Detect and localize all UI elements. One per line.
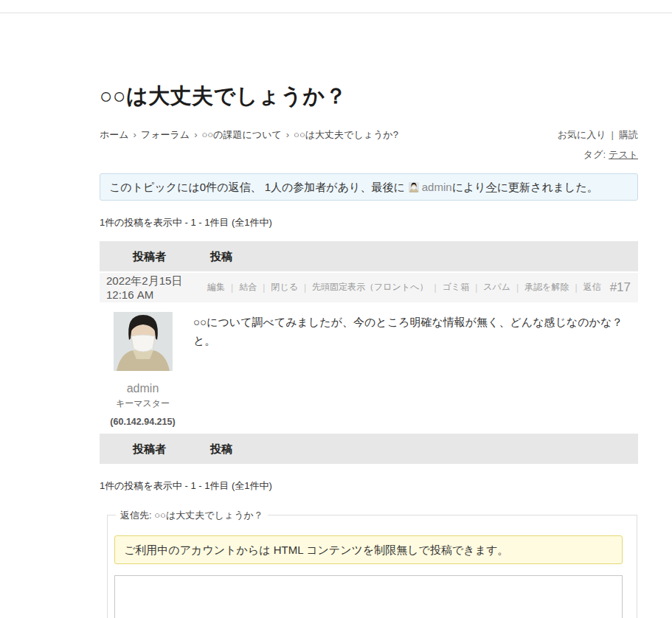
top-divider-bar — [0, 0, 672, 13]
subscribe-link[interactable]: 購読 — [619, 129, 638, 140]
breadcrumb-item[interactable]: ○○の課題について — [202, 129, 282, 140]
table-header-row: 投稿者 投稿 — [100, 241, 638, 271]
reply-permission-notice: ご利用中のアカウントからは HTML コンテンツを制限無しで投稿できます。 — [114, 535, 623, 564]
topic-actions: お気に入り|購読 — [558, 128, 638, 142]
author-role: キーマスター — [100, 397, 186, 410]
reply-textarea[interactable] — [114, 575, 623, 618]
admin-link[interactable]: スパム — [477, 281, 516, 294]
admin-link[interactable]: 先頭固定表示（フロントへ） — [306, 281, 434, 294]
admin-link[interactable]: 閉じる — [265, 281, 304, 294]
tag-link[interactable]: テスト — [609, 149, 638, 160]
breadcrumb-item-separator: › — [134, 129, 136, 140]
breadcrumb: ホーム›フォーラム›○○の課題について›○○は大丈夫でしょうか? — [100, 128, 398, 142]
reply-form: 返信先: ○○は大丈夫でしょうか？ ご利用中のアカウントからは HTML コンテ… — [107, 509, 637, 618]
notice-author-link[interactable]: admin — [422, 181, 452, 193]
tag-list: テスト — [606, 149, 638, 160]
breadcrumb-item-separator: › — [286, 129, 289, 140]
breadcrumb-item[interactable]: フォーラム — [141, 129, 190, 140]
breadcrumb-item-separator: › — [194, 129, 197, 140]
avatar-icon — [409, 182, 419, 192]
post-date: 2022年2月15日 12:16 AM — [106, 274, 201, 301]
forum-table: 投稿者 投稿 2022年2月15日 12:16 AM 編集|結合|閉じる|先頭固… — [100, 241, 638, 464]
notice-text-after: に更新されました。 — [497, 181, 598, 193]
topic-info-notice: このトピックには0件の返信、 1人の参加者があり、最後にadminにより今に更新… — [100, 173, 638, 201]
content-area: ○○は大丈夫でしょうか？ ホーム›フォーラム›○○の課題について›○○は大丈夫で… — [100, 83, 638, 618]
author-name-link[interactable]: admin — [100, 382, 186, 395]
breadcrumb-item: ○○は大丈夫でしょうか? — [294, 129, 398, 140]
author-cell: admin キーマスター (60.142.94.215) — [100, 302, 186, 434]
post-meta-row: 2022年2月15日 12:16 AM 編集|結合|閉じる|先頭固定表示（フロン… — [100, 273, 638, 302]
header-post-label: 投稿 — [210, 250, 232, 264]
footer-author-label: 投稿者 — [133, 442, 166, 456]
notice-author-avatar[interactable] — [409, 182, 419, 192]
admin-link[interactable]: 承認を解除 — [519, 281, 575, 294]
admin-link[interactable]: ゴミ箱 — [437, 281, 476, 294]
favorite-link[interactable]: お気に入り — [558, 129, 606, 140]
tags-label: タグ: — [583, 149, 606, 160]
notice-text-middle: により — [452, 181, 486, 193]
header-author-label: 投稿者 — [133, 250, 166, 264]
breadcrumb-item[interactable]: ホーム — [100, 129, 129, 140]
avatar-icon — [114, 312, 173, 371]
notice-text-before: このトピックには0件の返信、 1人の参加者があり、最後に — [109, 181, 405, 193]
pagination-info-bottom: 1件の投稿を表示中 - 1 - 1件目 (全1件中) — [100, 479, 638, 493]
notice-time-link[interactable]: 今 — [486, 181, 497, 193]
post-permalink[interactable]: #17 — [610, 280, 631, 295]
admin-link[interactable]: 返信 — [578, 281, 607, 294]
post-row: admin キーマスター (60.142.94.215) ○○について調べてみま… — [100, 302, 638, 434]
table-footer-row: 投稿者 投稿 — [100, 434, 638, 464]
tags-row: タグ:テスト — [100, 148, 638, 162]
post-content: ○○について調べてみましたが、今のところ明確な情報が無く、どんな感じなのかな？と… — [186, 302, 638, 434]
page-title: ○○は大丈夫でしょうか？ — [100, 83, 638, 109]
admin-link[interactable]: 結合 — [233, 281, 263, 294]
actions-divider: | — [612, 129, 614, 140]
pagination-info-top: 1件の投稿を表示中 - 1 - 1件目 (全1件中) — [100, 216, 638, 229]
footer-post-label: 投稿 — [210, 442, 232, 456]
reply-form-legend: 返信先: ○○は大丈夫でしょうか？ — [116, 509, 268, 522]
admin-links: 編集|結合|閉じる|先頭固定表示（フロントへ）|ゴミ箱|スパム|承認を解除|返信 — [201, 281, 607, 294]
avatar[interactable] — [114, 312, 173, 371]
author-ip: (60.142.94.215) — [100, 417, 186, 427]
admin-link[interactable]: 編集 — [201, 281, 231, 294]
